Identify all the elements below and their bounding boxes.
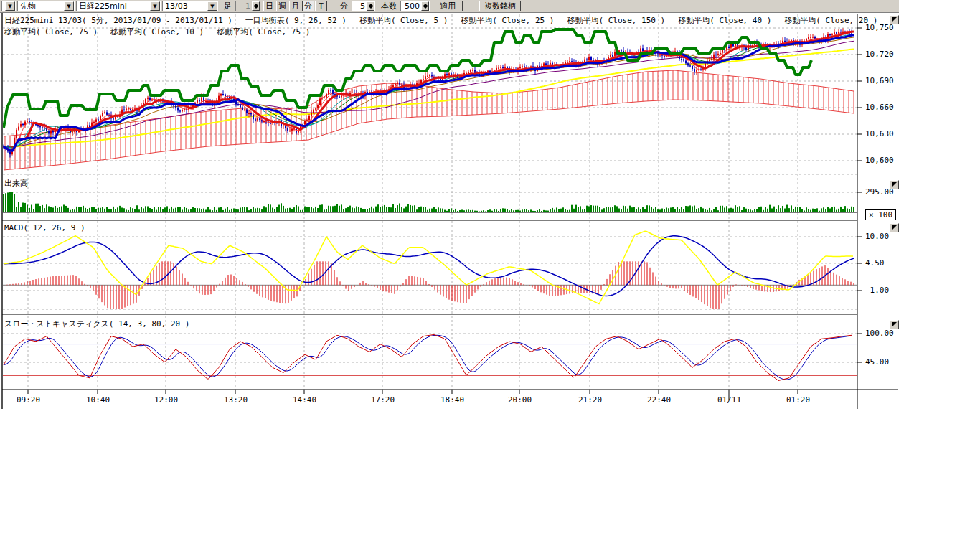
chevron-down-icon[interactable]: ▼: [5, 1, 15, 11]
time-axis-label: 22:40: [647, 395, 671, 405]
pane-maximize-button[interactable]: [890, 223, 899, 232]
period-button-分[interactable]: 分: [302, 1, 314, 11]
chevron-down-icon[interactable]: ▼: [207, 1, 217, 11]
time-axis-label: 12:00: [154, 395, 178, 405]
symbol-value: 日経225mini: [77, 1, 127, 11]
price-legend-row2: 移動平均( Close, 75 )移動平均( Close, 10 )移動平均( …: [4, 27, 323, 37]
bar-count-spinner[interactable]: 500: [400, 1, 430, 11]
chart-canvas: [0, 0, 904, 416]
macd-axis-label: 4.50: [865, 258, 885, 268]
legend-item: 移動平均( Close, 150 ): [567, 16, 665, 25]
stoch-axis-label: 45.00: [865, 357, 889, 367]
spinner-arrows-icon[interactable]: [421, 1, 429, 11]
instrument-type-select[interactable]: 先物 ▼: [17, 1, 75, 11]
legend-item: 移動平均( Close, 75 ): [4, 27, 98, 37]
stoch-axis-label: 100.00: [865, 329, 894, 338]
time-axis-label: 01/11: [717, 395, 741, 405]
pane-maximize-button[interactable]: [890, 180, 899, 189]
legend-item: 移動平均( Close, 75 ): [217, 27, 310, 37]
contract-month-value: 13/03: [163, 1, 188, 11]
bar-count-label: 本数: [381, 1, 397, 11]
apply-button[interactable]: 適用: [433, 1, 463, 11]
price-legend-row1: 日経225mini 13/03( 5分, 2013/01/09 - 2013/0…: [4, 15, 890, 26]
bar-type-label: 足: [224, 1, 232, 11]
diagonal-arrow-icon: [892, 17, 897, 22]
time-axis-label: 18:40: [440, 395, 464, 405]
legend-item: 移動平均( Close, 20 ): [784, 16, 877, 25]
legend-item: 一目均衡表( 9, 26, 52 ): [245, 16, 347, 25]
minutes-label: 分: [340, 1, 348, 11]
period-button-週[interactable]: 週: [276, 1, 288, 11]
volume-multiplier-box: × 100: [865, 209, 896, 220]
price-axis-label: 10,660: [865, 103, 894, 112]
price-axis-label: 10,720: [865, 50, 894, 59]
bar-interval-value: 1: [236, 1, 252, 11]
stoch-pane-label: スロー・ストキャスティクス( 14, 3, 80, 20 ): [4, 319, 189, 329]
chevron-down-icon[interactable]: ▼: [64, 1, 74, 11]
time-axis-label: 14:40: [293, 395, 316, 405]
bar-count-value: 500: [401, 1, 421, 11]
toolbar: ▼ 先物 ▼ 日経225mini ▼ 13/03 ▼ 足 1 日週月分T 分 5…: [0, 0, 899, 13]
time-axis-label: 20:00: [508, 395, 532, 405]
volume-pane-label: 出来高: [4, 178, 28, 189]
macd-axis-label: -1.00: [865, 286, 889, 295]
time-axis-label: 10:40: [86, 395, 110, 405]
time-axis-label: 17:20: [371, 395, 395, 405]
macd-axis-label: 10.00: [865, 232, 889, 241]
pane-maximize-button[interactable]: [890, 15, 899, 24]
diagonal-arrow-icon: [892, 182, 897, 187]
macd-pane-label: MACD( 12, 26, 9 ): [4, 223, 85, 232]
period-button-月[interactable]: 月: [289, 1, 301, 11]
volume-multiplier-label: × 100: [869, 210, 892, 220]
chevron-down-icon[interactable]: ▼: [150, 1, 160, 11]
legend-item: 移動平均( Close, 25 ): [461, 16, 554, 25]
price-axis-label: 10,600: [865, 156, 894, 165]
contract-month-select[interactable]: 13/03 ▼: [162, 1, 218, 11]
minutes-value: 5: [352, 1, 367, 11]
instrument-type-value: 先物: [18, 1, 36, 11]
spinner-arrows-icon[interactable]: [252, 1, 260, 11]
multi-symbol-button[interactable]: 複数銘柄: [479, 1, 521, 11]
minutes-spinner[interactable]: 5: [352, 1, 375, 11]
symbol-select[interactable]: 日経225mini ▼: [76, 1, 161, 11]
hidden-symbol-combo[interactable]: ▼: [1, 1, 16, 11]
price-axis-label: 10,630: [865, 129, 894, 138]
spinner-arrows-icon[interactable]: [367, 1, 374, 11]
period-button-日[interactable]: 日: [263, 1, 275, 11]
legend-item: 日経225mini 13/03( 5分, 2013/01/09 - 2013/0…: [4, 16, 232, 25]
bar-interval-spinner[interactable]: 1: [235, 1, 260, 11]
price-axis-label: 10,690: [865, 76, 894, 85]
period-button-T[interactable]: T: [315, 1, 327, 11]
period-button-group: 日週月分T: [263, 1, 327, 11]
time-axis-label: 21:20: [578, 395, 602, 405]
legend-item: 移動平均( Close, 40 ): [678, 16, 771, 25]
pane-maximize-button[interactable]: [890, 320, 899, 329]
diagonal-arrow-icon: [892, 322, 897, 327]
legend-item: 移動平均( Close, 10 ): [110, 27, 204, 37]
legend-item: 移動平均( Close, 5 ): [359, 16, 448, 25]
diagonal-arrow-icon: [892, 225, 897, 230]
time-axis-label: 09:20: [17, 395, 40, 405]
chart-window: 日経225mini 13/03( 5分, 2013/01/09 - 2013/0…: [0, 0, 980, 551]
time-axis-label: 01:20: [786, 395, 810, 405]
time-axis-label: 13:20: [224, 395, 248, 405]
